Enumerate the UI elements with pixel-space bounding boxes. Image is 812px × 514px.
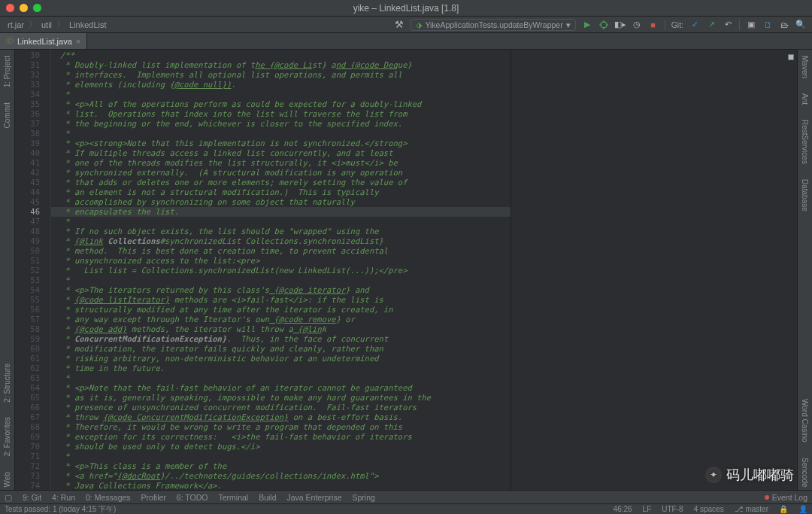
editor-area: 3031323334353637383940414243444546474849… — [15, 50, 797, 490]
left-tool-strip: 1: Project Commit 2: Structure 2: Favori… — [0, 50, 15, 490]
tool-git[interactable]: 9: Git — [23, 493, 41, 502]
tool-javaee[interactable]: Java Enterprise — [287, 493, 342, 502]
divider — [665, 20, 665, 30]
svg-point-0 — [601, 22, 607, 28]
tool-ant[interactable]: Ant — [801, 90, 809, 108]
toolwindow-toggle-icon[interactable]: ▢ — [5, 493, 12, 502]
tool-restservices[interactable]: RestServices — [801, 117, 809, 167]
tool-commit[interactable]: Commit — [3, 99, 11, 131]
tool-project[interactable]: 1: Project — [3, 53, 11, 90]
git-push-icon[interactable]: ↗ — [706, 20, 717, 30]
status-branch[interactable]: ⎇ master — [735, 505, 768, 513]
notification-dot-icon — [765, 495, 769, 500]
chevron-down-icon: ▾ — [566, 20, 571, 29]
line-gutter[interactable]: 3031323334353637383940414243444546474849… — [15, 50, 51, 490]
status-caret[interactable]: 46:26 — [614, 505, 632, 513]
breadcrumb-class[interactable]: LinkedList — [68, 20, 108, 29]
readonly-lock-icon[interactable]: 🔒 — [779, 505, 788, 513]
build-icon[interactable] — [394, 20, 404, 30]
tool-spring[interactable]: Spring — [352, 493, 374, 502]
search-icon[interactable]: 🔍 — [795, 20, 806, 30]
tool-build[interactable]: Build — [259, 493, 276, 502]
divider — [739, 20, 740, 30]
tool-run[interactable]: 4: Run — [52, 493, 75, 502]
event-log[interactable]: Event Log — [765, 493, 807, 502]
code-editor[interactable]: /** * Doubly-linked list implementation … — [51, 50, 511, 490]
run-config-label: YikeApplicationTests.updateByWrapper — [425, 20, 562, 29]
main-toolbar: rt.jar 〉 util 〉 LinkedList ⬗ YikeApplica… — [0, 17, 812, 33]
git-branch-icon: ⎇ — [735, 505, 744, 513]
tool-web[interactable]: Web — [3, 469, 11, 490]
tool-todo[interactable]: 6: TODO — [177, 493, 208, 502]
git-history-icon[interactable]: ↶ — [723, 20, 733, 30]
hector-icon[interactable]: 👤 — [798, 505, 807, 513]
right-editor-pane[interactable] — [511, 50, 797, 490]
tool-maven[interactable]: Maven — [801, 53, 809, 81]
tool-messages[interactable]: 0: Messages — [86, 493, 131, 502]
status-indent[interactable]: 4 spaces — [694, 505, 724, 513]
breadcrumb-pkg[interactable]: util — [40, 20, 53, 29]
status-tests: Tests passed: 1 (today 4:15 下午) — [5, 504, 116, 515]
git-label: Git: — [671, 20, 683, 29]
stop-icon[interactable]: ■ — [648, 20, 659, 30]
sync-icon[interactable]: 🗁 — [779, 20, 789, 30]
window-title: yike – LinkedList.java [1.8] — [0, 3, 812, 14]
profile-icon[interactable]: ◷ — [632, 20, 642, 30]
run-icon[interactable]: ▶ — [582, 20, 592, 30]
watermark-text: 码儿嘟嘟骑 — [726, 466, 794, 484]
tool-favorites[interactable]: 2: Favorites — [3, 414, 11, 459]
watermark: ✦ 码儿嘟嘟骑 — [705, 466, 794, 484]
tool-database[interactable]: Database — [801, 176, 809, 214]
tool-profiler[interactable]: Profiler — [141, 493, 166, 502]
file-icon[interactable]: 🗋 — [762, 20, 773, 30]
toolbar-right: ⬗ YikeApplicationTests.updateByWrapper ▾… — [394, 19, 806, 31]
ide-update-icon[interactable]: ▣ — [746, 20, 756, 30]
tool-wordcasino[interactable]: Word Casino — [801, 396, 809, 446]
status-line-sep[interactable]: LF — [643, 505, 652, 513]
close-tab-icon[interactable]: × — [76, 37, 80, 46]
macos-titlebar: yike – LinkedList.java [1.8] — [0, 0, 812, 17]
bottom-tool-bar: ▢ 9: Git 4: Run 0: Messages Profiler 6: … — [0, 490, 812, 503]
tab-linkedlist[interactable]: ⓒ LinkedList.java × — [0, 33, 87, 49]
coverage-icon[interactable]: ◧▸ — [615, 20, 626, 30]
run-configuration-dropdown[interactable]: ⬗ YikeApplicationTests.updateByWrapper ▾ — [411, 19, 575, 31]
java-class-icon: ⓒ — [6, 36, 14, 47]
chevron-right-icon: 〉 — [29, 19, 37, 30]
tool-structure[interactable]: 2: Structure — [3, 360, 11, 406]
debug-icon[interactable] — [598, 20, 609, 30]
tool-sencode[interactable]: Sencode — [801, 455, 809, 490]
breadcrumb-root[interactable]: rt.jar — [6, 20, 26, 29]
git-pull-icon[interactable]: ✓ — [689, 20, 700, 30]
status-bar: Tests passed: 1 (today 4:15 下午) 46:26 LF… — [0, 503, 812, 514]
right-tool-strip: Maven Ant RestServices Database Word Cas… — [797, 50, 812, 490]
status-encoding[interactable]: UTF-8 — [662, 505, 683, 513]
editor-tabs: ⓒ LinkedList.java × — [0, 33, 812, 50]
chevron-right-icon: 〉 — [56, 19, 65, 30]
tab-label: LinkedList.java — [17, 37, 72, 46]
test-icon: ⬗ — [416, 20, 422, 29]
error-stripe-marker[interactable] — [788, 54, 794, 60]
wechat-icon: ✦ — [705, 467, 722, 483]
tool-terminal[interactable]: Terminal — [218, 493, 248, 502]
